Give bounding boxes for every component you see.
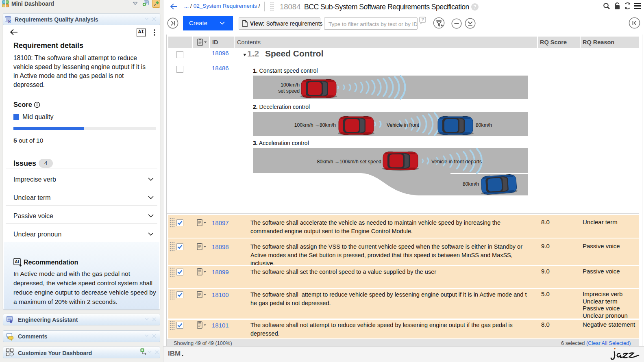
svg-text:80km/h: 80km/h — [463, 181, 479, 187]
svg-text:set speed: set speed — [278, 88, 300, 94]
svg-text:1. Constant speed control: 1. Constant speed control — [253, 67, 318, 74]
svg-text:AI: AI — [15, 260, 19, 264]
svg-text:8: 8 — [8, 19, 11, 24]
svg-text:80km/h: 80km/h — [476, 122, 492, 128]
svg-text:2. Deceleration control: 2. Deceleration control — [253, 104, 310, 110]
svg-text:100km/h: 100km/h — [281, 82, 300, 88]
svg-text:100km/h →80km/h: 100km/h →80km/h — [294, 122, 336, 128]
svg-text:80km/h →100km/h set speed: 80km/h →100km/h set speed — [317, 159, 381, 165]
svg-text:Vehicle in front departs: Vehicle in front departs — [431, 159, 482, 165]
svg-text:?: ? — [421, 17, 424, 22]
svg-text:8: 8 — [10, 319, 12, 323]
svg-text:3. Acceleration control: 3. Acceleration control — [253, 140, 309, 146]
svg-text:IBM: IBM — [168, 350, 181, 357]
svg-text:Vehicle in front: Vehicle in front — [387, 122, 420, 128]
